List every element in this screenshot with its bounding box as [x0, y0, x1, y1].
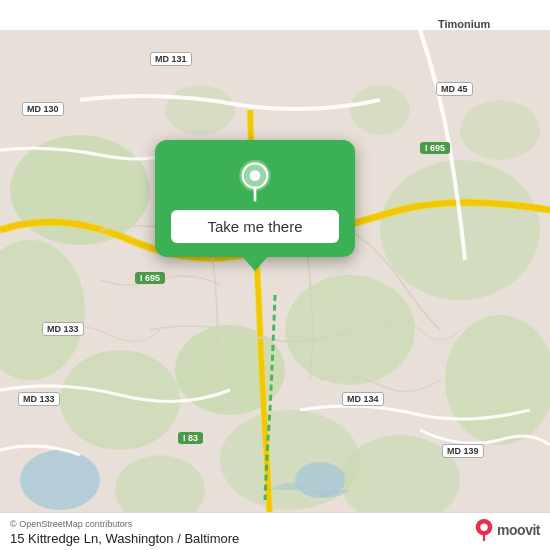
svg-point-18	[250, 170, 261, 181]
location-pin-icon	[233, 158, 277, 202]
take-me-there-button[interactable]: Take me there	[171, 210, 339, 243]
map-container: MD 131 MD 130 MD 45 I 695 I 695 MD 133 M…	[0, 0, 550, 550]
moovit-logo: moovit	[474, 518, 540, 542]
popup-card: Take me there	[155, 140, 355, 257]
road-label-i695-right: I 695	[420, 142, 450, 154]
svg-point-11	[460, 100, 540, 160]
bottom-bar: © OpenStreetMap contributors 15 Kittredg…	[0, 512, 550, 550]
svg-point-20	[480, 524, 487, 531]
copyright-text: © OpenStreetMap contributors	[10, 519, 540, 529]
svg-point-7	[445, 315, 550, 445]
city-label-timonium: Timonium	[438, 18, 490, 30]
road-label-md130: MD 130	[22, 102, 64, 116]
svg-point-14	[20, 450, 100, 510]
road-label-md45: MD 45	[436, 82, 473, 96]
road-label-md139: MD 139	[442, 444, 484, 458]
moovit-brand-text: moovit	[497, 522, 540, 538]
road-label-md134: MD 134	[342, 392, 384, 406]
svg-point-13	[165, 85, 235, 135]
address-text: 15 Kittredge Ln, Washington / Baltimore	[10, 531, 540, 546]
svg-point-12	[350, 85, 410, 135]
road-label-md133b: MD 133	[18, 392, 60, 406]
road-label-md131: MD 131	[150, 52, 192, 66]
road-label-i83: I 83	[178, 432, 203, 444]
road-label-i695-left: I 695	[135, 272, 165, 284]
moovit-pin-icon	[474, 518, 494, 542]
road-label-md133a: MD 133	[42, 322, 84, 336]
